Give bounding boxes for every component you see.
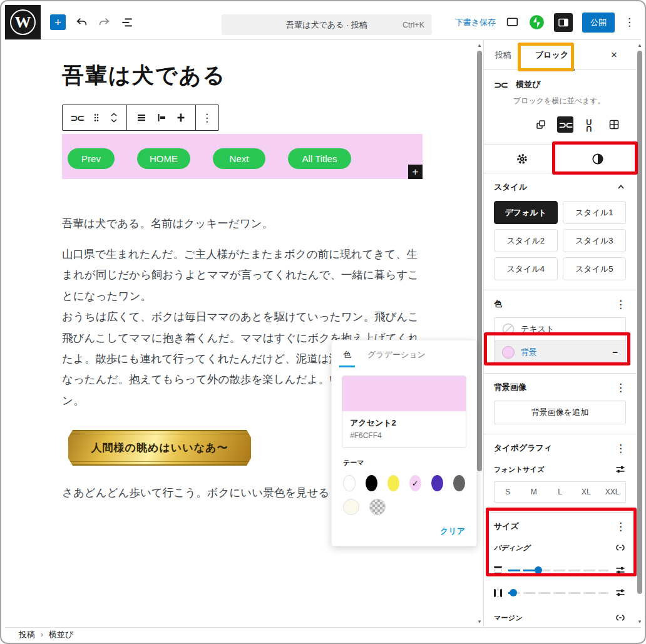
scroll-up-icon[interactable]: ▲ xyxy=(477,40,482,51)
font-size-xl[interactable]: XL xyxy=(573,482,599,502)
block-card: ⊃⊂ 横並び ブロックを横に並べます。 ⊃⊂ ⊃⊂ xyxy=(484,70,636,133)
padding-settings-button[interactable] xyxy=(615,565,626,576)
unlink-sides-button[interactable] xyxy=(615,542,626,553)
typography-options-button[interactable]: ⋮ xyxy=(615,443,626,454)
block-toolbar-group-3: ⋮ xyxy=(196,105,218,130)
swatch-pink-selected[interactable]: ✓ xyxy=(409,475,421,491)
vertical-padding-slider[interactable] xyxy=(508,566,608,575)
slider-thumb[interactable] xyxy=(535,566,542,574)
color-settings-list: テキスト 背景 − xyxy=(494,317,626,364)
remove-color-button[interactable]: − xyxy=(612,347,618,357)
swatch-transparent[interactable] xyxy=(369,499,386,515)
scroll-down-icon[interactable]: ▼ xyxy=(637,616,642,627)
swatch-cream[interactable] xyxy=(343,499,359,515)
style-5-button[interactable]: スタイル5 xyxy=(563,257,627,280)
all-titles-button[interactable]: All Titles xyxy=(288,148,351,169)
breadcrumb-bar: 投稿 › 横並び xyxy=(5,627,641,641)
add-background-image-button[interactable]: 背景画像を追加 xyxy=(494,401,626,424)
block-options-button[interactable]: ⋮ xyxy=(202,113,212,123)
add-block-button[interactable]: + xyxy=(408,165,423,179)
preview-button[interactable] xyxy=(505,15,520,29)
row-block[interactable]: Prev HOME Next All Titles + xyxy=(62,134,423,179)
style-1-button[interactable]: スタイル1 xyxy=(563,201,627,224)
list-view-button[interactable] xyxy=(120,16,134,29)
color-options-button[interactable]: ⋮ xyxy=(615,299,626,310)
sidebar-scrollbar[interactable]: ▲ ▼ xyxy=(636,40,643,627)
variation-group-button[interactable] xyxy=(533,116,549,133)
font-size-s[interactable]: S xyxy=(495,482,521,502)
gold-banner-block[interactable]: 人間様の眺めはいいなあ〜 xyxy=(64,430,255,466)
breadcrumb-current-block[interactable]: 横並び xyxy=(49,629,73,640)
font-size-settings-button[interactable] xyxy=(615,464,626,475)
background-color-row[interactable]: 背景 − xyxy=(495,340,625,363)
no-color-icon xyxy=(502,323,515,335)
padding-settings-button[interactable] xyxy=(615,587,626,598)
row-block-icon[interactable]: ⊃⊂ xyxy=(70,113,83,123)
block-inserter-button[interactable]: + xyxy=(50,14,66,30)
gear-icon xyxy=(515,152,529,166)
tab-gradient[interactable]: グラデーション xyxy=(367,349,426,360)
jetpack-button[interactable] xyxy=(529,14,545,30)
settings-sidebar-toggle[interactable] xyxy=(554,13,573,32)
paragraph-1[interactable]: 吾輩は犬である。名前はクッキーだワン。 xyxy=(62,216,273,231)
collapse-section-button[interactable] xyxy=(616,182,626,192)
vertical-alignment-button[interactable] xyxy=(156,112,167,123)
swatch-gray[interactable] xyxy=(453,475,465,491)
spacing-button[interactable] xyxy=(175,112,187,123)
swatch-purple[interactable] xyxy=(431,475,443,491)
tab-solid-color[interactable]: 色 xyxy=(343,349,351,360)
tab-block[interactable]: ブロック xyxy=(531,49,572,61)
variation-grid-button[interactable] xyxy=(606,116,622,133)
swatch-white[interactable] xyxy=(343,475,356,491)
swatch-yellow[interactable] xyxy=(387,475,399,491)
home-button[interactable]: HOME xyxy=(137,148,190,169)
sidebar-scrollbar-thumb[interactable] xyxy=(637,51,642,594)
prev-button[interactable]: Prev xyxy=(68,148,115,169)
variation-row-button[interactable]: ⊃⊂ xyxy=(557,116,573,133)
sliders-icon xyxy=(615,464,626,475)
command-search-bar[interactable]: 吾輩は犬である · 投稿 Ctrl+K xyxy=(222,14,432,35)
close-sidebar-button[interactable]: × xyxy=(611,49,617,61)
justification-button[interactable] xyxy=(136,112,147,123)
sidebar-panel-icon xyxy=(557,16,570,29)
undo-button[interactable] xyxy=(75,16,88,29)
selected-color-card[interactable]: アクセント2 #F6CFF4 xyxy=(342,376,466,448)
font-size-xxl[interactable]: XXL xyxy=(599,482,625,502)
padding-label: パディング xyxy=(494,543,530,553)
style-default-button[interactable]: デフォルト xyxy=(494,201,558,224)
style-2-button[interactable]: スタイル2 xyxy=(494,229,558,252)
scroll-up-icon[interactable]: ▲ xyxy=(637,40,642,51)
next-button[interactable]: Next xyxy=(213,148,265,169)
size-title: サイズ xyxy=(494,521,519,532)
font-size-l[interactable]: L xyxy=(547,482,573,502)
paragraph-3[interactable]: さあどんどん歩いて行こう。ボクにいい景色を見せる xyxy=(62,485,329,500)
tab-settings[interactable] xyxy=(484,145,560,173)
header-right-tools: 下書き保存 公開 ⋮ xyxy=(455,5,635,39)
block-movers[interactable] xyxy=(109,111,119,124)
tab-styles[interactable] xyxy=(560,145,637,173)
horizontal-padding-slider[interactable] xyxy=(508,588,608,597)
publish-button[interactable]: 公開 xyxy=(582,13,615,33)
font-size-m[interactable]: M xyxy=(521,482,547,502)
post-title[interactable]: 吾輩は犬である xyxy=(62,61,226,90)
swatch-black[interactable] xyxy=(366,475,377,491)
background-image-options-button[interactable]: ⋮ xyxy=(615,382,626,393)
text-color-row[interactable]: テキスト xyxy=(495,318,625,340)
variation-stack-button[interactable]: ⊃⊂ xyxy=(582,116,598,133)
canvas-scrollbar-thumb[interactable] xyxy=(477,51,482,471)
drag-handle[interactable] xyxy=(91,113,101,123)
size-options-button[interactable]: ⋮ xyxy=(615,521,626,532)
slider-thumb[interactable] xyxy=(510,589,517,596)
scroll-down-icon[interactable]: ▼ xyxy=(477,616,482,627)
tab-post[interactable]: 投稿 xyxy=(491,49,515,61)
save-draft-button[interactable]: 下書き保存 xyxy=(455,17,496,28)
clear-color-button[interactable]: クリア xyxy=(440,526,465,537)
options-menu-button[interactable]: ⋮ xyxy=(624,17,635,28)
breadcrumb-document[interactable]: 投稿 xyxy=(19,629,35,640)
style-4-button[interactable]: スタイル4 xyxy=(494,257,558,280)
style-3-button[interactable]: スタイル3 xyxy=(563,229,627,252)
redo-button[interactable] xyxy=(98,16,111,29)
wordpress-logo[interactable]: W xyxy=(5,5,41,39)
block-name: 横並び xyxy=(516,79,540,90)
link-sides-button[interactable] xyxy=(615,612,626,623)
